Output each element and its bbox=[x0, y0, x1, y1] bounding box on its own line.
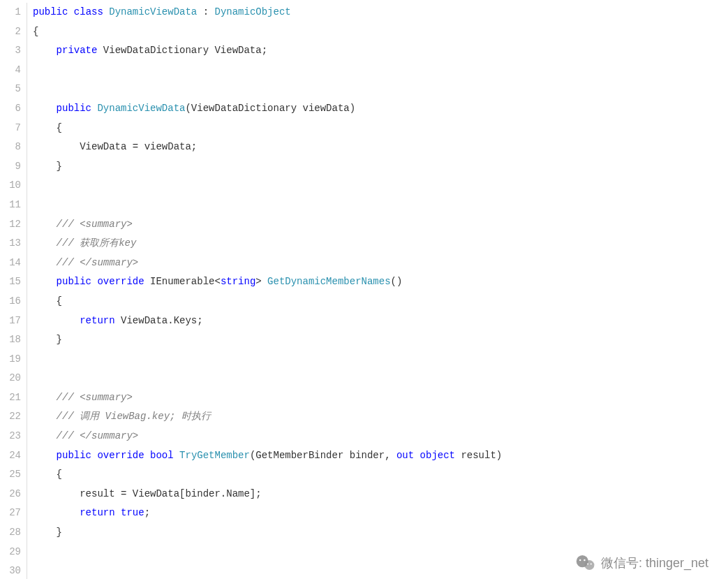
line-number: 8 bbox=[0, 138, 21, 157]
line-number: 22 bbox=[0, 407, 21, 427]
line-number: 18 bbox=[0, 330, 21, 350]
line-number: 14 bbox=[0, 254, 21, 273]
code-token: () bbox=[391, 276, 403, 287]
code-line[interactable] bbox=[33, 369, 728, 388]
code-token: public bbox=[57, 103, 91, 114]
code-line[interactable] bbox=[33, 350, 728, 369]
code-line[interactable]: return ViewData.Keys; bbox=[33, 312, 728, 331]
code-token: IEnumerable< bbox=[144, 276, 221, 287]
line-number: 6 bbox=[0, 99, 21, 119]
code-line[interactable] bbox=[33, 61, 728, 80]
code-line[interactable]: /// </summary> bbox=[33, 254, 728, 273]
code-token: /// bbox=[57, 257, 80, 268]
svg-point-1 bbox=[584, 560, 594, 570]
line-number: 20 bbox=[0, 369, 21, 388]
code-line[interactable]: ViewData = viewData; bbox=[33, 138, 728, 157]
code-token bbox=[33, 430, 57, 441]
code-token bbox=[33, 392, 57, 403]
code-line[interactable]: { bbox=[33, 119, 728, 138]
code-line[interactable]: /// 调用 ViewBag.key; 时执行 bbox=[33, 407, 728, 427]
code-line[interactable]: { bbox=[33, 292, 728, 312]
line-number: 24 bbox=[0, 446, 21, 466]
code-token: } bbox=[33, 527, 62, 538]
code-token bbox=[33, 45, 57, 56]
code-token bbox=[33, 450, 57, 461]
code-token: public bbox=[57, 276, 91, 287]
code-token: /// bbox=[57, 219, 80, 230]
line-number: 2 bbox=[0, 22, 21, 42]
code-token: /// 获取所有key bbox=[57, 237, 137, 249]
code-line[interactable] bbox=[33, 176, 728, 196]
line-number: 1 bbox=[0, 3, 21, 22]
code-line[interactable]: public DynamicViewData(ViewDataDictionar… bbox=[33, 99, 728, 119]
code-line[interactable]: return true; bbox=[33, 504, 728, 523]
line-number: 16 bbox=[0, 292, 21, 312]
code-token bbox=[103, 6, 109, 17]
wechat-icon bbox=[576, 555, 595, 571]
code-token: ViewDataDictionary ViewData; bbox=[97, 45, 267, 56]
line-number: 30 bbox=[0, 562, 21, 579]
code-token bbox=[33, 257, 57, 268]
code-token: (GetMemberBinder binder, bbox=[250, 450, 396, 461]
code-line[interactable]: /// <summary> bbox=[33, 388, 728, 408]
code-token: } bbox=[33, 334, 62, 345]
line-number: 29 bbox=[0, 543, 21, 562]
wechat-watermark: 微信号: thinger_net bbox=[576, 555, 708, 571]
code-line[interactable]: { bbox=[33, 22, 728, 42]
code-line[interactable]: /// <summary> bbox=[33, 215, 728, 235]
code-token: > bbox=[255, 276, 267, 287]
svg-point-2 bbox=[579, 559, 581, 561]
line-number: 21 bbox=[0, 388, 21, 408]
line-number: 10 bbox=[0, 176, 21, 196]
code-token: out bbox=[396, 450, 414, 461]
code-token bbox=[33, 315, 80, 326]
code-content-area[interactable]: public class DynamicViewData : DynamicOb… bbox=[27, 3, 728, 579]
code-line[interactable]: } bbox=[33, 330, 728, 350]
code-token: /// bbox=[57, 392, 80, 403]
code-token: ViewData.Keys; bbox=[115, 315, 203, 326]
code-token: { bbox=[33, 295, 62, 307]
code-line[interactable]: public override IEnumerable<string> GetD… bbox=[33, 272, 728, 292]
svg-point-4 bbox=[587, 563, 588, 564]
code-token: DynamicViewData bbox=[109, 6, 197, 17]
code-token: { bbox=[33, 469, 62, 480]
code-line[interactable]: } bbox=[33, 157, 728, 177]
code-line[interactable] bbox=[33, 80, 728, 99]
code-token bbox=[68, 6, 73, 17]
code-line[interactable]: { bbox=[33, 465, 728, 485]
code-token bbox=[33, 103, 57, 114]
line-number: 3 bbox=[0, 41, 21, 61]
code-token: private bbox=[57, 45, 98, 56]
code-token bbox=[174, 450, 179, 461]
code-token: result) bbox=[455, 450, 502, 461]
svg-point-5 bbox=[590, 563, 592, 564]
line-number: 25 bbox=[0, 465, 21, 485]
code-line[interactable]: } bbox=[33, 523, 728, 543]
code-token: { bbox=[33, 122, 62, 133]
code-line[interactable]: public override bool TryGetMember(GetMem… bbox=[33, 446, 728, 466]
line-number: 28 bbox=[0, 523, 21, 543]
code-line[interactable]: /// </summary> bbox=[33, 427, 728, 446]
code-token: return bbox=[80, 507, 114, 518]
code-line[interactable]: public class DynamicViewData : DynamicOb… bbox=[33, 3, 728, 22]
code-line[interactable] bbox=[33, 196, 728, 215]
code-token bbox=[414, 450, 419, 461]
line-number: 5 bbox=[0, 80, 21, 99]
code-token bbox=[33, 276, 57, 287]
code-line[interactable]: result = ViewData[binder.Name]; bbox=[33, 485, 728, 504]
code-line[interactable]: /// 获取所有key bbox=[33, 234, 728, 254]
line-number: 9 bbox=[0, 157, 21, 177]
code-token bbox=[33, 411, 57, 422]
code-token: </summary> bbox=[80, 430, 138, 441]
code-token: <summary> bbox=[80, 392, 133, 403]
code-token: string bbox=[221, 276, 255, 287]
code-token: override bbox=[97, 276, 144, 287]
code-line[interactable]: private ViewDataDictionary ViewData; bbox=[33, 41, 728, 61]
code-token: DynamicViewData bbox=[97, 103, 185, 114]
line-number: 26 bbox=[0, 485, 21, 504]
line-number: 23 bbox=[0, 427, 21, 446]
code-token: (ViewDataDictionary viewData) bbox=[185, 103, 355, 114]
line-number-gutter: 1234567891011121314151617181920212223242… bbox=[0, 3, 27, 579]
code-token: bool bbox=[150, 450, 174, 461]
line-number: 4 bbox=[0, 61, 21, 80]
